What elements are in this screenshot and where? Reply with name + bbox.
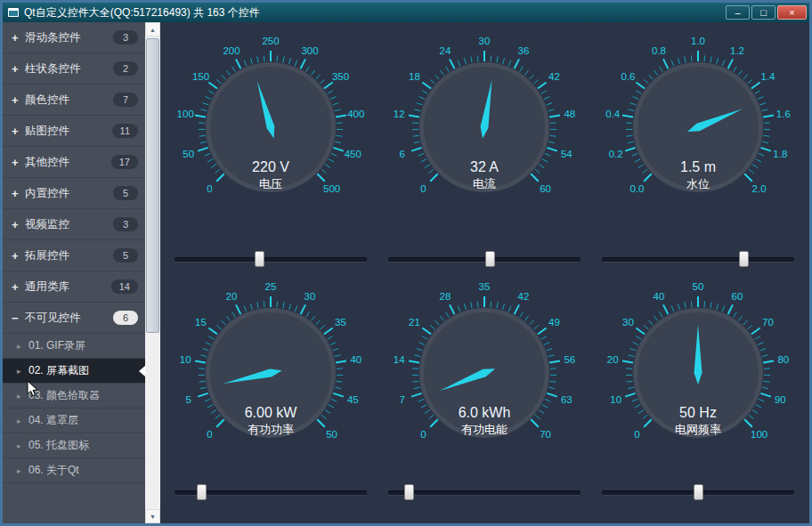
tick-label: 30 <box>622 317 634 328</box>
sidebar: +滑动条控件3+柱状条控件2+颜色控件7+贴图控件11+其他控件17+内置控件5… <box>3 22 145 523</box>
slider-handle[interactable] <box>694 484 703 500</box>
slider-handle[interactable] <box>485 251 495 267</box>
sidebar-category-9[interactable]: +通用类库14 <box>3 271 145 303</box>
sidebar-category-3[interactable]: +颜色控件7 <box>3 85 145 116</box>
slider-handle[interactable] <box>739 251 749 267</box>
tick-label: 0.0 <box>629 183 644 194</box>
category-label: 滑动条控件 <box>25 30 113 45</box>
slider-track[interactable] <box>175 257 367 263</box>
sidebar-subitem-1[interactable]: ▸01. GIF录屏 <box>3 334 145 359</box>
slider-cell-1 <box>164 250 378 268</box>
slider-row-2 <box>164 483 809 501</box>
sidebar-category-1[interactable]: +滑动条控件3 <box>3 22 145 53</box>
count-badge: 14 <box>111 279 138 294</box>
sidebar-category-5[interactable]: +其他控件17 <box>3 147 145 178</box>
slider-track[interactable] <box>388 257 581 263</box>
collapse-icon: − <box>12 312 25 325</box>
scrollbar-thumb[interactable] <box>146 38 159 333</box>
sidebar-subitem-6[interactable]: ▸06. 关于Qt <box>3 458 145 483</box>
tick-label: 54 <box>561 149 572 159</box>
gauge-5: 071421283542495663706.0 kWh有功电能 <box>378 280 591 457</box>
gauge-value: 50 Hz <box>679 405 717 420</box>
tick-label: 400 <box>347 109 364 119</box>
scroll-down-icon[interactable]: ▼ <box>145 509 160 523</box>
subitem-arrow-icon: ▸ <box>17 342 28 351</box>
app-icon <box>8 8 19 17</box>
sidebar-category-8[interactable]: +拓展控件5 <box>3 240 145 271</box>
gauge-4: 051015202530354045506.00 kW有功功率 <box>164 280 378 457</box>
expand-icon: + <box>12 249 25 263</box>
sidebar-category-4[interactable]: +贴图控件11 <box>3 116 145 147</box>
slider-2[interactable] <box>388 251 581 267</box>
category-label: 柱状条控件 <box>25 61 113 77</box>
sidebar-category-7[interactable]: +视频监控3 <box>3 209 145 240</box>
tick-label: 450 <box>345 149 361 159</box>
gauge-svg: 071421283542495663706.0 kWh有功电能 <box>379 280 589 457</box>
expand-icon: + <box>12 62 25 76</box>
slider-track[interactable] <box>388 490 581 496</box>
window-title: Qt自定义控件大全(QQ:517216493) 共 163 个控件 <box>24 5 724 20</box>
tick-label: 1.6 <box>776 109 791 119</box>
tick-label: 25 <box>265 281 277 292</box>
maximize-button[interactable]: □ <box>751 5 775 20</box>
tick-label: 0.6 <box>621 71 636 82</box>
expand-icon: + <box>12 125 25 138</box>
slider-handle[interactable] <box>255 251 264 267</box>
sidebar-subitem-4[interactable]: ▸04. 遮罩层 <box>3 409 145 433</box>
tick-label: 15 <box>195 317 207 328</box>
sidebar-category-10[interactable]: −不可见控件6 <box>3 303 145 334</box>
slider-6[interactable] <box>602 484 794 500</box>
gauge-svg: 050100150200250300350400450500220 V电压 <box>166 35 376 211</box>
subitem-arrow-icon: ▸ <box>17 417 28 425</box>
tick-label: 40 <box>350 354 361 365</box>
close-button[interactable]: × <box>777 5 807 20</box>
count-badge: 11 <box>112 124 138 138</box>
tick-label: 48 <box>564 109 575 119</box>
tick-label: 10 <box>610 394 621 405</box>
scroll-up-icon[interactable]: ▲ <box>145 22 160 36</box>
slider-5[interactable] <box>388 484 581 500</box>
subitem-label: 03. 颜色拾取器 <box>28 388 100 403</box>
titlebar[interactable]: Qt自定义控件大全(QQ:517216493) 共 163 个控件 – □ × <box>3 3 809 22</box>
sidebar-subitem-5[interactable]: ▸05. 托盘图标 <box>3 433 145 458</box>
slider-4[interactable] <box>175 484 367 500</box>
tick-label: 0.4 <box>605 109 621 119</box>
tick-label: 90 <box>775 394 786 405</box>
slider-track[interactable] <box>602 257 794 263</box>
slider-3[interactable] <box>602 251 794 267</box>
gauge-label: 水位 <box>686 177 710 190</box>
tick-label: 80 <box>777 354 789 365</box>
sidebar-scrollbar[interactable]: ▲ ▼ <box>145 22 160 523</box>
slider-row-1 <box>164 250 809 268</box>
slider-cell-6 <box>591 483 805 501</box>
tick-label: 6 <box>399 149 404 159</box>
expand-icon: + <box>12 31 25 45</box>
gauge-label: 有功电能 <box>461 423 508 436</box>
slider-cell-3 <box>591 250 805 268</box>
count-badge: 5 <box>113 186 138 200</box>
tick-label: 40 <box>654 291 665 302</box>
tick-label: 70 <box>762 317 774 328</box>
sidebar-category-2[interactable]: +柱状条控件2 <box>3 53 145 85</box>
category-label: 通用类库 <box>25 279 111 295</box>
minimize-button[interactable]: – <box>726 5 750 20</box>
expand-icon: + <box>12 93 25 107</box>
tick-label: 42 <box>518 291 530 302</box>
expand-icon: + <box>12 218 25 231</box>
gauge-value: 6.0 kWh <box>459 405 511 420</box>
sidebar-category-6[interactable]: +内置控件5 <box>3 178 145 209</box>
count-badge: 17 <box>111 155 138 169</box>
gauge-svg: 051015202530354045506.00 kW有功功率 <box>166 280 376 457</box>
tick-label: 0.8 <box>652 45 666 56</box>
tick-label: 300 <box>301 45 318 56</box>
slider-handle[interactable] <box>197 484 207 500</box>
slider-handle[interactable] <box>404 484 414 500</box>
tick-label: 36 <box>518 45 530 56</box>
scrollbar-track[interactable] <box>145 36 160 509</box>
subitem-label: 04. 遮罩层 <box>28 413 78 428</box>
slider-1[interactable] <box>175 251 367 267</box>
sidebar-subitem-2[interactable]: ▸02. 屏幕截图 <box>3 359 145 384</box>
tick-label: 0 <box>634 429 639 440</box>
category-label: 其他控件 <box>25 155 111 170</box>
sidebar-subitem-3[interactable]: ▸03. 颜色拾取器 <box>3 384 145 409</box>
